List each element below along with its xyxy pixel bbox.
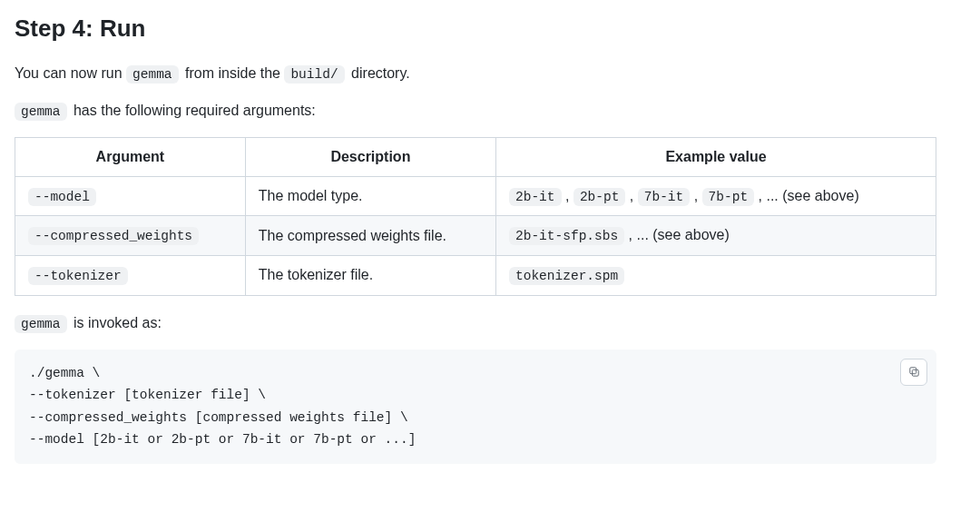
code-content: ./gemma \ --tokenizer [tokenizer file] \… — [29, 362, 922, 452]
cell-example: tokenizer.spm — [496, 256, 936, 296]
example-suffix: , ... (see above) — [629, 227, 730, 242]
example-value: 2b-it-sfp.sbs — [509, 227, 624, 245]
arg-flag: --compressed_weights — [28, 227, 199, 245]
cell-argument: --compressed_weights — [15, 216, 246, 256]
cmd-gemma: gemma — [15, 103, 67, 121]
cmd-gemma: gemma — [126, 65, 179, 84]
col-description: Description — [245, 137, 495, 176]
dir-build: build/ — [284, 65, 344, 84]
cell-example: 2b-it , 2b-pt , 7b-it , 7b-pt , ... (see… — [496, 176, 936, 216]
copy-button[interactable] — [900, 359, 927, 386]
cell-description: The compressed weights file. — [245, 216, 495, 256]
table-row: --modelThe model type.2b-it , 2b-pt , 7b… — [15, 176, 936, 216]
intro-text-mid: from inside the — [185, 65, 284, 81]
intro-text-before: You can now run — [15, 65, 126, 81]
section-heading: Step 4: Run — [15, 11, 936, 46]
arg-flag: --tokenizer — [28, 267, 128, 285]
example-suffix: , ... (see above) — [759, 188, 859, 203]
args-text-after: has the following required arguments: — [74, 103, 316, 118]
example-value: 2b-it — [509, 188, 562, 206]
intro-paragraph: You can now run gemma from inside the bu… — [15, 63, 936, 85]
table-header-row: Argument Description Example value — [15, 137, 936, 176]
cmd-gemma: gemma — [15, 315, 67, 333]
invoke-paragraph: gemma is invoked as: — [15, 312, 936, 335]
example-value: tokenizer.spm — [509, 267, 624, 285]
svg-rect-0 — [912, 369, 918, 376]
args-paragraph: gemma has the following required argumen… — [15, 100, 936, 123]
table-row: --tokenizerThe tokenizer file.tokenizer.… — [15, 256, 936, 296]
copy-icon — [907, 365, 921, 379]
arguments-table: Argument Description Example value --mod… — [15, 137, 936, 296]
cell-argument: --tokenizer — [15, 256, 246, 296]
comma-sep: , — [690, 188, 701, 203]
comma-sep: , — [625, 188, 637, 203]
svg-rect-1 — [909, 368, 916, 374]
table-row: --compressed_weightsThe compressed weigh… — [15, 216, 936, 256]
cell-example: 2b-it-sfp.sbs , ... (see above) — [496, 216, 936, 256]
intro-text-after: directory. — [351, 65, 410, 81]
col-example: Example value — [496, 137, 936, 176]
example-value: 7b-it — [638, 188, 691, 206]
code-block: ./gemma \ --tokenizer [tokenizer file] \… — [15, 350, 936, 465]
cell-argument: --model — [15, 176, 246, 216]
example-value: 2b-pt — [573, 188, 626, 206]
example-value: 7b-pt — [702, 188, 755, 206]
cell-description: The tokenizer file. — [245, 256, 495, 296]
arg-flag: --model — [28, 188, 96, 206]
cell-description: The model type. — [245, 176, 495, 216]
invoke-text-after: is invoked as: — [74, 315, 162, 330]
comma-sep: , — [562, 188, 573, 203]
col-argument: Argument — [15, 137, 246, 176]
